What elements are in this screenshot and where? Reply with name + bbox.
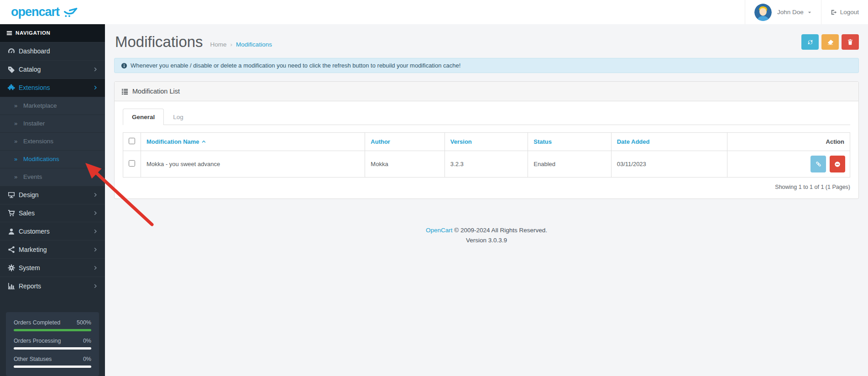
sort-by-version-link[interactable]: Version xyxy=(450,138,472,145)
share-icon xyxy=(8,246,19,253)
bar-chart-icon xyxy=(8,282,19,290)
minus-circle-icon xyxy=(834,161,841,167)
sidebar-item-label: Catalog xyxy=(19,66,41,73)
opencart-logo[interactable]: opencart xyxy=(0,0,105,24)
page-header: Modifications Home › Modifications xyxy=(114,24,859,58)
sidebar-subitem-marketplace[interactable]: » Marketplace xyxy=(0,97,105,115)
action-column-header: Action xyxy=(727,133,850,151)
sidebar-item-extensions[interactable]: Extensions xyxy=(0,78,105,97)
stat-orders-completed: Orders Completed 500% xyxy=(14,319,91,331)
double-chevron-icon: » xyxy=(14,120,23,127)
refresh-button[interactable] xyxy=(801,34,819,50)
tags-icon xyxy=(8,66,19,73)
user-menu[interactable]: John Doe xyxy=(745,0,821,24)
info-alert: Whenever you enable / disable or delete … xyxy=(114,58,859,73)
sort-by-name-link[interactable]: Modification Name xyxy=(146,138,206,145)
stat-value: 0% xyxy=(83,338,91,344)
chevron-right-icon xyxy=(93,67,98,72)
stat-label: Other Statuses xyxy=(14,356,52,362)
tab-log[interactable]: Log xyxy=(164,109,193,125)
version-text: Version 3.0.3.9 xyxy=(114,235,859,245)
sidebar-subitem-extensions[interactable]: » Extensions xyxy=(0,132,105,150)
double-chevron-icon: » xyxy=(14,173,23,180)
sidebar-subitem-label: Extensions xyxy=(23,138,53,145)
sort-asc-icon xyxy=(202,140,206,144)
cell-date-added: 03/11/2023 xyxy=(611,151,727,178)
breadcrumb: Home › Modifications xyxy=(210,37,272,48)
tab-general[interactable]: General xyxy=(123,109,164,125)
chevron-down-icon xyxy=(807,10,812,15)
chevron-right-icon xyxy=(93,85,98,90)
sidebar-subitem-label: Marketplace xyxy=(23,102,57,109)
progress-bar xyxy=(14,347,91,350)
eraser-icon xyxy=(827,39,834,46)
sidebar-item-design[interactable]: Design xyxy=(0,186,105,204)
sidebar-subitem-label: Modifications xyxy=(23,156,59,162)
puzzle-icon xyxy=(8,84,19,91)
sidebar-item-label: Design xyxy=(19,191,39,198)
sidebar-subitem-events[interactable]: » Events xyxy=(0,168,105,186)
sidebar-subitem-installer[interactable]: » Installer xyxy=(0,115,105,132)
cell-author: Mokka xyxy=(365,151,445,178)
sort-by-status-link[interactable]: Status xyxy=(533,138,552,145)
cell-version: 3.2.3 xyxy=(444,151,528,178)
sidebar-subitem-modifications[interactable]: » Modifications xyxy=(0,150,105,168)
sidebar-item-label: Extensions xyxy=(19,84,50,91)
panel-title: Modification List xyxy=(132,88,180,95)
sidebar-item-customers[interactable]: Customers xyxy=(0,222,105,240)
sidebar-item-label: System xyxy=(19,264,40,272)
sign-out-icon xyxy=(831,9,837,16)
breadcrumb-current[interactable]: Modifications xyxy=(236,41,272,48)
stat-value: 500% xyxy=(77,319,91,326)
stat-label: Orders Processing xyxy=(14,338,61,344)
sidebar-item-catalog[interactable]: Catalog xyxy=(0,60,105,78)
row-checkbox[interactable] xyxy=(129,160,135,167)
hamburger-icon xyxy=(6,30,12,36)
breadcrumb-separator: › xyxy=(230,41,233,48)
link-button[interactable] xyxy=(810,156,826,172)
delete-button[interactable] xyxy=(842,34,859,50)
tab-bar: General Log xyxy=(123,108,850,125)
top-header: opencart John Doe xyxy=(0,0,868,24)
panel-header: Modification List xyxy=(115,82,858,101)
pagination-status: Showing 1 to 1 of 1 (1 Pages) xyxy=(123,184,850,190)
order-stats-panel: Orders Completed 500% Orders Processing … xyxy=(6,312,99,376)
sidebar-item-label: Customers xyxy=(19,228,50,235)
logout-button[interactable]: Logout xyxy=(821,0,868,24)
sort-by-date-link[interactable]: Date Added xyxy=(617,138,650,145)
stat-orders-processing: Orders Processing 0% xyxy=(14,338,91,350)
double-chevron-icon: » xyxy=(14,102,23,109)
stat-label: Orders Completed xyxy=(14,319,60,326)
sidebar-item-reports[interactable]: Reports xyxy=(0,277,105,295)
dashboard-icon xyxy=(8,47,19,55)
sidebar-subitem-label: Installer xyxy=(23,120,45,127)
monitor-icon xyxy=(8,191,19,198)
table-row: Mokka - you sweet advance Mokka 3.2.3 En… xyxy=(123,151,850,178)
page-title: Modifications xyxy=(115,33,203,51)
cell-modification-name: Mokka - you sweet advance xyxy=(141,151,365,178)
modification-list-panel: Modification List General Log xyxy=(114,81,859,199)
sidebar-item-label: Reports xyxy=(19,282,41,290)
sidebar-item-sales[interactable]: Sales xyxy=(0,204,105,222)
sidebar-subitem-label: Events xyxy=(23,173,42,180)
logout-label: Logout xyxy=(840,9,859,16)
sidebar-item-marketing[interactable]: Marketing xyxy=(0,240,105,258)
disable-button[interactable] xyxy=(830,156,845,172)
clear-cache-button[interactable] xyxy=(821,34,839,50)
sidebar: NAVIGATION Dashboard Catalog xyxy=(0,24,105,376)
alert-text: Whenever you enable / disable or delete … xyxy=(131,62,460,69)
breadcrumb-home[interactable]: Home xyxy=(210,41,227,48)
link-icon xyxy=(816,161,821,167)
avatar xyxy=(754,4,772,21)
double-chevron-icon: » xyxy=(14,156,23,162)
sort-by-author-link[interactable]: Author xyxy=(371,138,390,145)
sidebar-item-label: Sales xyxy=(19,209,35,217)
user-icon xyxy=(8,228,19,235)
chevron-right-icon xyxy=(93,211,98,215)
sidebar-item-label: Dashboard xyxy=(19,47,50,55)
sidebar-item-dashboard[interactable]: Dashboard xyxy=(0,42,105,60)
opencart-footer-link[interactable]: OpenCart xyxy=(426,227,453,234)
sidebar-item-system[interactable]: System xyxy=(0,258,105,277)
select-all-checkbox[interactable] xyxy=(129,138,135,144)
gear-icon xyxy=(8,264,19,272)
